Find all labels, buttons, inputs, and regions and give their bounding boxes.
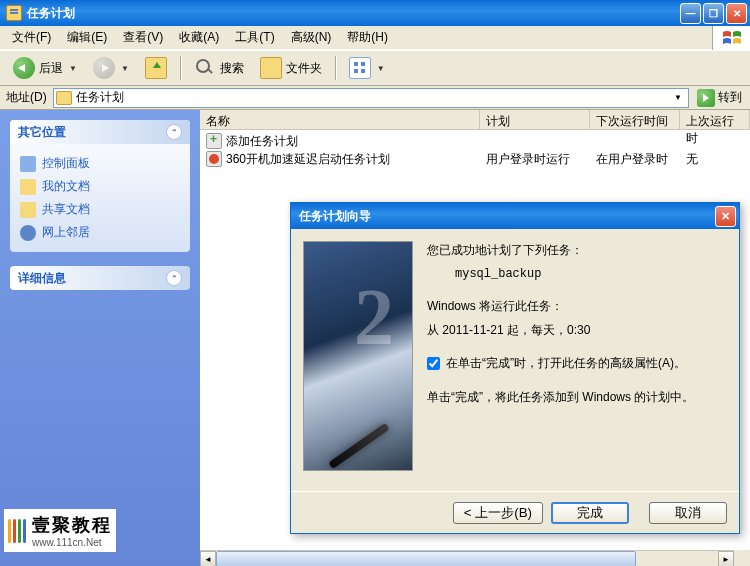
forward-button[interactable]: ▼ <box>86 52 136 84</box>
go-button[interactable]: 转到 <box>693 89 746 107</box>
windows-logo <box>712 26 750 50</box>
dialog-title: 任务计划向导 <box>299 208 371 225</box>
window-titlebar: 任务计划 — ❐ ✕ <box>0 0 750 26</box>
menu-edit[interactable]: 编辑(E) <box>59 26 115 49</box>
chevron-down-icon: ▼ <box>377 64 385 73</box>
sidebar-link-control-panel[interactable]: 控制面板 <box>20 152 180 175</box>
folder-icon <box>56 91 72 105</box>
dialog-message-1: 您已成功地计划了下列任务： <box>427 241 727 259</box>
advanced-properties-checkbox[interactable] <box>427 357 440 370</box>
list-item-360-task[interactable]: 360开机加速延迟启动任务计划 用户登录时运行 在用户登录时 无 <box>200 150 750 168</box>
panel-header[interactable]: 其它位置 ⌃ <box>10 120 190 144</box>
back-label: 后退 <box>39 60 63 77</box>
up-button[interactable] <box>138 52 174 84</box>
scroll-thumb[interactable] <box>216 551 636 566</box>
chevron-down-icon: ▼ <box>69 64 77 73</box>
scroll-corner <box>734 550 750 566</box>
dialog-close-button[interactable]: ✕ <box>715 206 736 227</box>
address-bar: 地址(D) 任务计划 ▼ 转到 <box>0 86 750 110</box>
search-icon <box>194 57 216 79</box>
menu-help[interactable]: 帮助(H) <box>339 26 396 49</box>
column-name[interactable]: 名称 <box>200 110 480 129</box>
checkbox-label: 在单击“完成”时，打开此任务的高级属性(A)。 <box>446 355 686 372</box>
watermark-url: www.111cn.Net <box>32 537 112 548</box>
schedule-text: 从 2011-11-21 起，每天，0:30 <box>427 321 727 339</box>
minimize-button[interactable]: — <box>680 3 701 24</box>
finish-button[interactable]: 完成 <box>551 502 629 524</box>
list-item-add-task[interactable]: 添加任务计划 <box>200 132 750 150</box>
window-title: 任务计划 <box>27 5 680 22</box>
sidebar-link-network[interactable]: 网上邻居 <box>20 221 180 244</box>
folders-button[interactable]: 文件夹 <box>253 52 329 84</box>
maximize-button[interactable]: ❐ <box>703 3 724 24</box>
column-last-run[interactable]: 上次运行时 <box>680 110 750 129</box>
folders-icon <box>260 57 282 79</box>
wizard-dialog: 任务计划向导 ✕ 您已成功地计划了下列任务： mysql_backup Wind… <box>290 202 740 534</box>
menu-view[interactable]: 查看(V) <box>115 26 171 49</box>
panel-title: 其它位置 <box>18 124 66 141</box>
back-icon <box>13 57 35 79</box>
cancel-button[interactable]: 取消 <box>649 502 727 524</box>
horizontal-scrollbar[interactable]: ◄ ► <box>200 550 734 566</box>
folders-label: 文件夹 <box>286 60 322 77</box>
column-plan[interactable]: 计划 <box>480 110 590 129</box>
search-button[interactable]: 搜索 <box>187 52 251 84</box>
chevron-down-icon: ▼ <box>121 64 129 73</box>
list-header: 名称 计划 下次运行时间 上次运行时 <box>200 110 750 130</box>
dialog-message-2: Windows 将运行此任务： <box>427 297 727 315</box>
dialog-content: 您已成功地计划了下列任务： mysql_backup Windows 将运行此任… <box>427 241 727 479</box>
panel-header[interactable]: 详细信息 ⌃ <box>10 266 190 290</box>
go-icon <box>697 89 715 107</box>
sidebar-link-my-documents[interactable]: 我的文档 <box>20 175 180 198</box>
menu-tools[interactable]: 工具(T) <box>227 26 282 49</box>
menu-favorites[interactable]: 收藏(A) <box>171 26 227 49</box>
add-task-icon <box>206 133 222 149</box>
app-icon <box>6 5 22 21</box>
scroll-right-icon[interactable]: ► <box>718 551 734 566</box>
menu-advanced[interactable]: 高级(N) <box>283 26 340 49</box>
wizard-image <box>303 241 413 471</box>
sidebar: 其它位置 ⌃ 控制面板 我的文档 共享文档 网上邻居 详细信息 ⌃ <box>0 110 200 566</box>
views-button[interactable]: ▼ <box>342 52 392 84</box>
separator <box>335 56 336 80</box>
menu-bar: 文件(F) 编辑(E) 查看(V) 收藏(A) 工具(T) 高级(N) 帮助(H… <box>0 26 750 50</box>
watermark: 壹聚教程 www.111cn.Net <box>4 509 116 552</box>
dialog-footer: < 上一步(B) 完成 取消 <box>291 491 739 533</box>
up-folder-icon <box>145 57 167 79</box>
go-label: 转到 <box>718 89 742 106</box>
task-icon <box>206 151 222 167</box>
back-button[interactable]: 后退 ▼ <box>6 52 84 84</box>
column-next-run[interactable]: 下次运行时间 <box>590 110 680 129</box>
chevron-down-icon[interactable]: ▼ <box>670 93 686 102</box>
collapse-icon: ⌃ <box>166 270 182 286</box>
sidebar-link-shared-documents[interactable]: 共享文档 <box>20 198 180 221</box>
documents-icon <box>20 179 36 195</box>
sidebar-panel-details: 详细信息 ⌃ <box>10 266 190 290</box>
task-name: mysql_backup <box>427 265 727 283</box>
dialog-titlebar: 任务计划向导 ✕ <box>291 203 739 229</box>
sidebar-panel-other-places: 其它位置 ⌃ 控制面板 我的文档 共享文档 网上邻居 <box>10 120 190 252</box>
address-label: 地址(D) <box>4 89 49 106</box>
watermark-text: 壹聚教程 <box>32 513 112 537</box>
control-panel-icon <box>20 156 36 172</box>
address-input[interactable]: 任务计划 ▼ <box>53 88 689 108</box>
network-icon <box>20 225 36 241</box>
collapse-icon: ⌃ <box>166 124 182 140</box>
toolbar: 后退 ▼ ▼ 搜索 文件夹 ▼ <box>0 50 750 86</box>
back-button[interactable]: < 上一步(B) <box>453 502 543 524</box>
forward-icon <box>93 57 115 79</box>
close-button[interactable]: ✕ <box>726 3 747 24</box>
watermark-logo-icon <box>8 519 26 543</box>
scroll-left-icon[interactable]: ◄ <box>200 551 216 566</box>
shared-folder-icon <box>20 202 36 218</box>
views-icon <box>349 57 371 79</box>
panel-title: 详细信息 <box>18 270 66 287</box>
menu-file[interactable]: 文件(F) <box>4 26 59 49</box>
separator <box>180 56 181 80</box>
dialog-message-3: 单击“完成”，将此任务添加到 Windows 的计划中。 <box>427 388 727 406</box>
address-value: 任务计划 <box>76 89 670 106</box>
search-label: 搜索 <box>220 60 244 77</box>
